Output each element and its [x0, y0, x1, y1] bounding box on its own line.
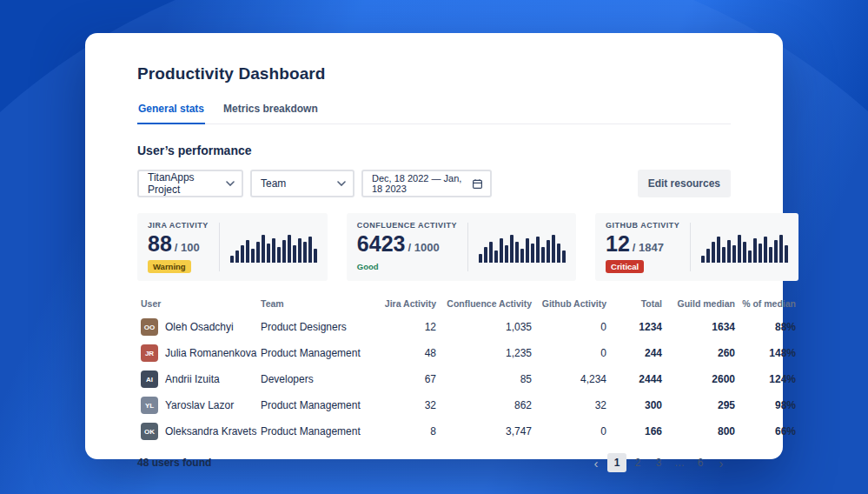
stat-card-github-activity: GITHUB ACTIVITY12/ 1847Critical [595, 213, 798, 281]
stat-card-text: GITHUB ACTIVITY12/ 1847Critical [606, 221, 679, 273]
previous-page-button[interactable]: ‹ [586, 453, 606, 472]
column-header-confluence-activity: Confluence Activity [440, 293, 535, 314]
team-select[interactable]: Team [250, 170, 354, 197]
avatar: JR [141, 344, 158, 362]
project-select-value: TitanApps Project [148, 171, 226, 196]
github-activity-cell: 32 [535, 392, 610, 418]
table-row[interactable]: JRJulia RomanenkovaProduct Management481… [137, 340, 799, 366]
edit-resources-button[interactable]: Edit resources [638, 170, 731, 197]
chart-bar [489, 242, 493, 263]
pagination-ellipsis: … [670, 453, 689, 472]
chart-bar [308, 237, 312, 263]
table-row[interactable]: OOOleh OsadchyiProduct Designers121,0350… [137, 314, 799, 340]
percent-of-median-cell: 148% [739, 340, 799, 366]
confluence-activity-cell: 1,235 [440, 340, 535, 366]
chart-bar [552, 235, 555, 263]
chart-bar [748, 250, 752, 263]
total-cell: 166 [610, 418, 666, 444]
column-header-of-median: % of median [739, 293, 799, 314]
total-cell: 244 [610, 340, 666, 366]
percent-of-median-cell: 66% [739, 418, 799, 444]
column-header-user: User [137, 293, 257, 314]
section-heading: User’s performance [137, 144, 731, 157]
column-header-team: Team [257, 293, 379, 314]
chart-bar [769, 247, 772, 263]
avatar: OK [141, 423, 158, 440]
chart-bar [314, 249, 317, 263]
chart-bar [536, 237, 540, 263]
user-name: Oleksandra Kravets [165, 425, 256, 437]
dashboard-card: Productivity Dashboard General stats Met… [85, 33, 783, 459]
github-activity-cell: 0 [535, 418, 610, 444]
user-name-with-avatar: JRJulia Romanenkova [141, 344, 254, 362]
status-badge: Critical [606, 260, 644, 273]
avatar: AI [141, 370, 158, 388]
chart-bar [256, 242, 260, 263]
tab-metrics-breakdown[interactable]: Metrics breakdown [222, 103, 319, 124]
page-button-2[interactable]: 2 [628, 453, 647, 472]
chevron-down-icon [226, 181, 235, 186]
total-cell: 2444 [610, 366, 666, 392]
column-header-total: Total [610, 293, 666, 314]
team-cell: Product Management [257, 392, 379, 418]
users-table: UserTeamJira ActivityConfluence Activity… [137, 293, 799, 444]
divider [467, 223, 468, 271]
chart-bar [262, 235, 265, 263]
chart-bar [267, 244, 270, 263]
stat-value-line: 6423/ 1000 [357, 231, 457, 257]
chart-bar [241, 245, 244, 263]
confluence-activity-cell: 85 [440, 366, 535, 392]
chart-bar [272, 238, 275, 263]
chart-bar [515, 242, 519, 263]
stat-label: CONFLUENCE ACTIVITY [357, 221, 457, 230]
table-row[interactable]: AIAndrii IzuitaDevelopers67854,234244426… [137, 366, 799, 392]
date-range-field[interactable]: Dec, 18 2022 — Jan, 18 2023 [361, 170, 492, 197]
filters-bar: TitanApps Project Team Dec, 18 2022 — Ja… [137, 170, 731, 197]
percent-of-median-cell: 124% [739, 366, 799, 392]
table-row[interactable]: OKOleksandra KravetsProduct Management83… [137, 418, 799, 444]
tab-general-stats[interactable]: General stats [137, 103, 205, 124]
github-activity-cell: 4,234 [535, 366, 610, 392]
team-cell: Developers [257, 366, 379, 392]
chart-bar [732, 245, 736, 263]
jira-activity-cell: 67 [379, 366, 440, 392]
stat-value: 12 [606, 231, 630, 256]
page-button-6[interactable]: 6 [691, 453, 710, 472]
guild-median-cell: 800 [666, 418, 739, 444]
table-header-row: UserTeamJira ActivityConfluence Activity… [137, 293, 799, 314]
stat-target: / 1000 [407, 241, 439, 254]
user-cell: OKOleksandra Kravets [137, 418, 257, 444]
user-name-with-avatar: OOOleh Osadchyi [141, 318, 254, 336]
chart-bar [479, 254, 482, 263]
confluence-activity-cell: 862 [440, 392, 535, 418]
users-found-count: 48 users found [137, 457, 211, 469]
page-button-1[interactable]: 1 [607, 453, 626, 472]
user-name: Julia Romanenkova [165, 347, 256, 359]
tab-bar: General stats Metrics breakdown [137, 103, 731, 124]
github-activity-cell: 0 [535, 314, 610, 340]
stat-target: / 1847 [633, 241, 664, 254]
activity-bar-chart [701, 231, 788, 263]
page-button-3[interactable]: 3 [649, 453, 668, 472]
page-title: Productivity Dashboard [137, 64, 731, 83]
stat-target: / 100 [175, 241, 200, 254]
user-name-with-avatar: AIAndrii Izuita [141, 370, 254, 388]
status-badge: Good [357, 260, 379, 273]
user-cell: AIAndrii Izuita [137, 366, 257, 392]
stat-value-line: 88/ 100 [148, 231, 209, 257]
chart-bar [743, 242, 746, 263]
team-cell: Product Management [257, 340, 379, 366]
user-name: Yaroslav Lazor [165, 399, 234, 411]
table-row[interactable]: YLYaroslav LazorProduct Management328623… [137, 392, 799, 418]
chart-bar [562, 250, 566, 263]
chart-bar [701, 256, 705, 263]
avatar: OO [141, 318, 158, 336]
jira-activity-cell: 12 [379, 314, 440, 340]
stat-card-confluence-activity: CONFLUENCE ACTIVITY6423/ 1000Good [347, 213, 576, 281]
chart-bar [520, 249, 524, 263]
project-select[interactable]: TitanApps Project [137, 170, 243, 197]
chart-bar [727, 240, 731, 263]
next-page-button[interactable]: › [712, 453, 731, 472]
guild-median-cell: 260 [666, 340, 739, 366]
column-header-github-activity: Github Activity [535, 293, 610, 314]
